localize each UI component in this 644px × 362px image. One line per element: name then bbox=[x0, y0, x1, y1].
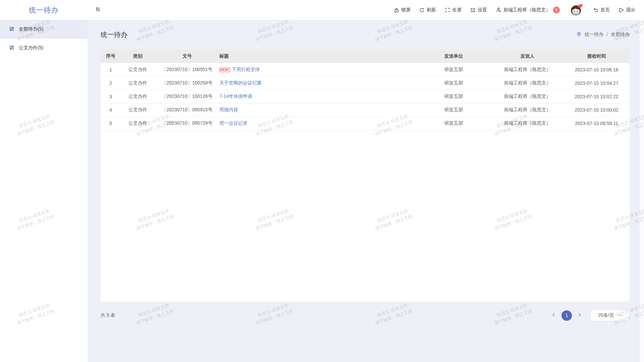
cell-category: 公文办件 bbox=[121, 103, 155, 117]
cell-sender: 前端工程师（陈思文） bbox=[491, 103, 564, 117]
scrollbar[interactable] bbox=[640, 20, 644, 362]
page-size-value: 20条/页 bbox=[598, 312, 614, 318]
sidebar-item-official-doc[interactable]: 公文办件(5) bbox=[0, 39, 88, 57]
cell-send-unit: 研发五部 bbox=[416, 76, 491, 90]
user-name-label: 前端工程师（陈思文） bbox=[503, 7, 550, 13]
user-avatar[interactable] bbox=[569, 2, 584, 18]
sidebar-item-label: 全部待办(5) bbox=[19, 26, 43, 32]
location-pin-icon bbox=[576, 32, 582, 38]
table-header-row: 序号 类别 文号 标题 发送单位 发送人 接收时间 bbox=[101, 49, 630, 63]
user-icon bbox=[496, 7, 501, 13]
breadcrumb-item-root[interactable]: 统一待办 bbox=[585, 32, 603, 38]
top-header: 统一待办 锁屏 刷新 bbox=[0, 0, 644, 20]
table-row: 3公文办件〔20230710〕100126号7-14年休假申请研发五部前端工程师… bbox=[101, 90, 630, 103]
settings-icon bbox=[470, 7, 476, 13]
doc-title-link[interactable]: 下周日程安排 bbox=[232, 67, 260, 72]
sidebar-nav: 全部待办(5) 公文办件(5) bbox=[0, 20, 88, 362]
home-button[interactable]: 首页 bbox=[593, 7, 610, 13]
breadcrumb-item-current: 全部待办 bbox=[611, 32, 630, 38]
prev-page-button[interactable] bbox=[551, 312, 556, 318]
cell-doc-no: 〔20230710〕095729号 bbox=[155, 117, 219, 130]
cell-doc-no: 〔20230710〕100258号 bbox=[155, 76, 219, 90]
col-header-send-unit: 发送单位 bbox=[416, 49, 491, 63]
page-number-button[interactable]: 1 bbox=[561, 310, 572, 321]
grid-icon bbox=[9, 45, 14, 51]
lock-screen-button[interactable]: 锁屏 bbox=[394, 7, 411, 13]
cell-category: 公文办件 bbox=[121, 90, 155, 103]
cell-doc-no: 〔20230710〕100126号 bbox=[155, 90, 219, 103]
col-header-category: 类别 bbox=[121, 49, 155, 63]
cell-sender: 前端工程师（陈思文） bbox=[491, 90, 564, 103]
todo-table-panel: 序号 类别 文号 标题 发送单位 发送人 接收时间 1公文办件〔20230710… bbox=[101, 49, 630, 302]
cell-title: 周一会议记录 bbox=[219, 117, 416, 130]
col-header-doc-no: 文号 bbox=[155, 49, 219, 63]
lock-screen-label: 锁屏 bbox=[401, 7, 411, 13]
table-row: 1公文办件〔20230710〕100551号NEW!下周日程安排研发五部前端工程… bbox=[101, 63, 630, 76]
cell-received-at: 2023-07-10 09:58:11 bbox=[564, 117, 630, 130]
cell-category: 公文办件 bbox=[121, 63, 155, 76]
fullscreen-label: 全屏 bbox=[452, 7, 462, 13]
cell-received-at: 2023-07-10 10:00:02 bbox=[564, 103, 630, 117]
cell-title: 7-14年休假申请 bbox=[219, 90, 416, 103]
refresh-button[interactable]: 刷新 bbox=[419, 7, 436, 13]
col-header-sender: 发送人 bbox=[491, 49, 564, 63]
todo-table: 序号 类别 文号 标题 发送单位 发送人 接收时间 1公文办件〔20230710… bbox=[101, 49, 630, 130]
cell-received-at: 2023-07-10 10:04:27 bbox=[564, 76, 630, 90]
page-size-select[interactable]: 20条/页 bbox=[591, 310, 630, 321]
next-page-button[interactable] bbox=[577, 312, 582, 318]
refresh-label: 刷新 bbox=[427, 7, 436, 13]
logout-label: 退出 bbox=[626, 7, 635, 13]
cell-title: NEW!下周日程安排 bbox=[219, 63, 416, 76]
todo-count-badge: 5 bbox=[553, 7, 560, 13]
breadcrumb-separator: / bbox=[606, 32, 608, 37]
refresh-icon bbox=[419, 7, 425, 13]
sidebar-fold-button[interactable] bbox=[95, 6, 101, 14]
home-back-icon bbox=[593, 7, 598, 13]
sidebar-item-all-todo[interactable]: 全部待办(5) bbox=[0, 20, 88, 39]
table-row: 5公文办件〔20230710〕095729号周一会议记录研发五部前端工程师（陈思… bbox=[101, 117, 630, 130]
cell-send-unit: 研发五部 bbox=[416, 103, 491, 117]
grid-icon bbox=[9, 26, 14, 33]
cell-seq: 2 bbox=[101, 76, 121, 90]
doc-title-link[interactable]: 周一会议记录 bbox=[219, 120, 248, 126]
doc-title-link[interactable]: 周报内容 bbox=[219, 107, 238, 112]
page-title: 统一待办 bbox=[101, 30, 127, 39]
cell-sender: 前端工程师（陈思文） bbox=[491, 76, 564, 90]
cell-sender: 前端工程师（陈思文） bbox=[491, 63, 564, 76]
app-title: 统一待办 bbox=[29, 5, 59, 15]
cell-doc-no: 〔20230710〕095915号 bbox=[155, 103, 219, 117]
fullscreen-button[interactable]: 全屏 bbox=[445, 7, 462, 13]
header-actions: 锁屏 刷新 全屏 设置 bbox=[394, 2, 644, 18]
cell-seq: 5 bbox=[101, 117, 121, 130]
cell-received-at: 2023-07-10 10:06:16 bbox=[564, 63, 630, 76]
table-footer: 共 5 条 1 20条/页 bbox=[88, 310, 644, 321]
total-count-label: 共 5 条 bbox=[101, 312, 115, 318]
col-header-received-at: 接收时间 bbox=[564, 49, 630, 63]
fold-icon bbox=[95, 6, 101, 14]
logout-button[interactable]: 退出 bbox=[619, 7, 635, 13]
app-logo: 统一待办 bbox=[0, 5, 88, 15]
cell-received-at: 2023-07-10 10:02:22 bbox=[564, 90, 630, 103]
chevron-left-icon bbox=[551, 312, 556, 318]
cell-title: 周报内容 bbox=[219, 103, 416, 117]
cell-seq: 3 bbox=[101, 90, 121, 103]
table-row: 2公文办件〔20230710〕100258号关于官网的会议纪要研发五部前端工程师… bbox=[101, 76, 630, 90]
chevron-right-icon bbox=[577, 312, 582, 318]
cell-category: 公文办件 bbox=[121, 117, 155, 130]
cell-sender: 前端工程师（陈思文） bbox=[491, 117, 564, 130]
cell-seq: 4 bbox=[101, 103, 121, 117]
col-header-title: 标题 bbox=[219, 49, 416, 63]
doc-title-link[interactable]: 关于官网的会议纪要 bbox=[219, 80, 262, 85]
logout-icon bbox=[619, 7, 624, 13]
breadcrumb: 统一待办 / 全部待办 bbox=[576, 32, 630, 38]
cell-doc-no: 〔20230710〕100551号 bbox=[155, 63, 219, 76]
col-header-seq: 序号 bbox=[101, 49, 121, 63]
settings-button[interactable]: 设置 bbox=[470, 7, 487, 13]
cell-send-unit: 研发五部 bbox=[416, 117, 491, 130]
sidebar-item-label: 公文办件(5) bbox=[19, 45, 43, 51]
user-menu[interactable]: 前端工程师（陈思文） 5 bbox=[496, 7, 560, 13]
new-badge: NEW! bbox=[219, 68, 230, 72]
cell-category: 公文办件 bbox=[121, 76, 155, 90]
doc-title-link[interactable]: 7-14年休假申请 bbox=[219, 94, 252, 99]
cell-title: 关于官网的会议纪要 bbox=[219, 76, 416, 90]
